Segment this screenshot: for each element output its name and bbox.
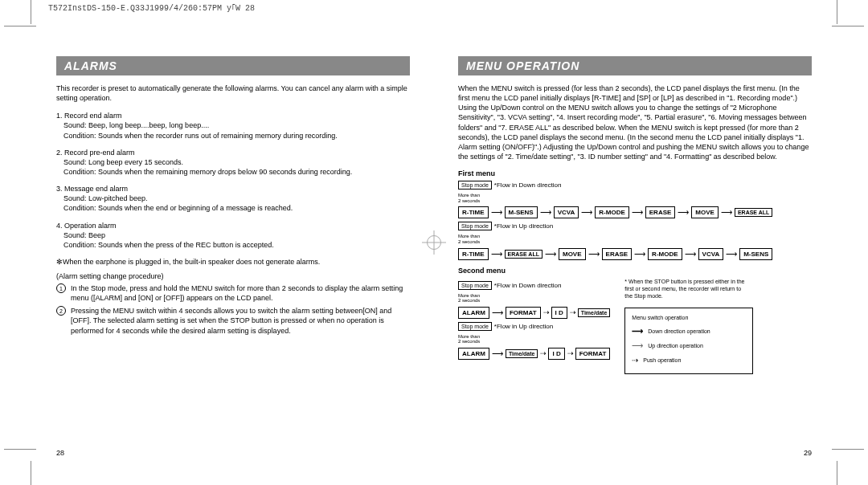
- arrow-right-icon: [685, 250, 696, 259]
- alarm-title: Record end alarm: [64, 112, 122, 120]
- alarm-condition: Condition: Sounds when the end or beginn…: [56, 203, 410, 213]
- menu-box: R-TIME: [458, 206, 489, 218]
- menu-box: R-TIME: [458, 248, 489, 260]
- menu-box: FORMAT: [575, 348, 611, 360]
- menu-flow-down: ALARM FORMAT I D Time/date: [458, 307, 610, 319]
- crop-mark: [31, 0, 31, 24]
- alarm-number: 3.: [56, 185, 63, 193]
- arrow-dash-icon: [632, 354, 638, 367]
- alarm-number: 2.: [56, 149, 63, 157]
- menu-box: MOVE: [691, 206, 719, 218]
- alarm-sound: Sound: Low-pitched beep.: [56, 194, 410, 203]
- crop-mark: [837, 461, 837, 485]
- alarms-intro: This recorder is preset to automatically…: [56, 84, 410, 103]
- arrow-right-icon: [492, 308, 503, 317]
- duration-note: More than2 seconds: [458, 334, 610, 344]
- legend-label: Down direction operation: [648, 327, 710, 336]
- duration-note: More than2 seconds: [458, 234, 812, 244]
- arrow-outline-icon: [632, 340, 643, 353]
- flow-direction-label: *Flow in Up direction: [494, 222, 553, 230]
- alarm-title: Message end alarm: [64, 185, 128, 193]
- stop-mode-box: Stop mode: [458, 281, 492, 290]
- arrow-right-icon: [492, 349, 503, 358]
- legend-box: Menu switch operation Down direction ope…: [624, 308, 753, 374]
- menu-box: I D: [551, 307, 567, 319]
- flow-direction-label: *Flow in Down direction: [494, 282, 562, 289]
- dash-arrow-icon: [567, 349, 573, 357]
- stop-mode-box: Stop mode: [458, 181, 492, 190]
- menu-box: R-MODE: [648, 248, 682, 260]
- menu-box: ERASE: [602, 248, 633, 260]
- flow-direction-label: *Flow in Up direction: [494, 323, 553, 330]
- menu-flow-up: R-TIME ERASE ALL MOVE ERASE R-MODE VCVA …: [458, 248, 812, 260]
- menu-box: Time/date: [578, 308, 611, 317]
- menu-box: ERASE ALL: [505, 250, 542, 259]
- arrow-right-icon: [678, 208, 689, 217]
- first-menu-heading: First menu: [458, 169, 812, 177]
- menu-box: I D: [548, 348, 564, 360]
- alarm-number: 4.: [56, 222, 63, 230]
- alarm-item: 4. Operation alarm Sound: Beep Condition…: [56, 221, 410, 250]
- arrow-right-icon: [632, 208, 643, 217]
- crop-mark: [31, 461, 31, 485]
- arrow-right-icon: [634, 250, 645, 259]
- menu-diagrams: First menu Stop mode *Flow in Down direc…: [458, 169, 812, 374]
- menu-box: Time/date: [506, 349, 538, 358]
- alarm-sound: Sound: Beep, long beep....beep, long bee…: [56, 120, 410, 130]
- procedure-text: In the Stop mode, press and hold the MEN…: [71, 283, 410, 303]
- second-menu-aside: * When the STOP button is pressed either…: [624, 278, 753, 374]
- page-number: 29: [804, 449, 812, 457]
- menu-box: M-SENS: [505, 206, 538, 218]
- duration-note: More than2 seconds: [458, 293, 610, 304]
- dash-arrow-icon: [570, 308, 575, 316]
- flow-direction-label: *Flow in Down direction: [494, 181, 562, 189]
- dash-arrow-icon: [540, 349, 546, 357]
- arrow-right-icon: [545, 250, 556, 259]
- menu-intro: When the MENU switch is pressed (for les…: [458, 84, 812, 161]
- alarms-earphone-note: ✻When the earphone is plugged in, the bu…: [56, 258, 410, 266]
- stop-button-note: * When the STOP button is pressed either…: [624, 278, 745, 300]
- arrow-right-icon: [721, 208, 732, 217]
- stop-mode-box: Stop mode: [458, 222, 492, 230]
- menu-box: ALARM: [458, 348, 489, 360]
- legend-label: Push operation: [643, 356, 681, 365]
- alarm-condition: Condition: Sounds when the recorder runs…: [56, 131, 410, 141]
- alarm-item: 2. Record pre-end alarm Sound: Long beep…: [56, 148, 410, 177]
- page-right: MENU OPERATION When the MENU switch is p…: [458, 56, 812, 453]
- legend-title: Menu switch operation: [632, 313, 746, 322]
- menu-flow-up: ALARM Time/date I D FORMAT: [458, 348, 610, 360]
- alarm-item: 1. Record end alarm Sound: Beep, long be…: [56, 111, 410, 140]
- alarm-sound: Sound: Long beep every 15 seconds.: [56, 157, 410, 167]
- dash-arrow-icon: [543, 308, 549, 316]
- menu-flow-down: R-TIME M-SENS VCVA R-MODE ERASE MOVE ERA…: [458, 206, 812, 218]
- alarm-title: Record pre-end alarm: [64, 149, 135, 157]
- arrow-right-icon: [491, 208, 502, 217]
- arrow-right-icon: [588, 250, 600, 259]
- menu-box: ALARM: [458, 307, 489, 319]
- print-header-code: T572InstDS-150-E.Q33J1999/4/260:57PM y｢W…: [48, 3, 255, 13]
- menu-box: VCVA: [698, 248, 724, 260]
- alarm-condition: Condition: Sounds when the press of the …: [56, 240, 410, 250]
- procedure-title: (Alarm setting change procedure): [56, 272, 410, 280]
- procedure-step: 2 Pressing the MENU switch within 4 seco…: [56, 306, 410, 335]
- procedure-step: 1 In the Stop mode, press and hold the M…: [56, 283, 410, 303]
- alarm-sound: Sound: Beep: [56, 230, 410, 240]
- menu-box: ERASE: [645, 206, 676, 218]
- arrow-solid-icon: [632, 325, 643, 338]
- alarm-condition: Condition: Sounds when the remaining mem…: [56, 167, 410, 177]
- second-menu-heading: Second menu: [458, 267, 812, 275]
- menu-box: R-MODE: [595, 206, 628, 218]
- menu-box: M-SENS: [739, 248, 772, 260]
- step-number-icon: 1: [56, 283, 66, 293]
- arrow-right-icon: [540, 208, 551, 217]
- alarm-title: Operation alarm: [64, 222, 117, 230]
- menu-box: FORMAT: [506, 307, 541, 319]
- crop-mark: [837, 0, 837, 24]
- arrow-right-icon: [581, 208, 592, 217]
- crop-mark: [4, 6, 36, 26]
- duration-note: More than2 seconds: [458, 193, 812, 203]
- arrow-right-icon: [491, 250, 502, 259]
- stop-mode-box: Stop mode: [458, 322, 492, 331]
- procedure-text: Pressing the MENU switch within 4 second…: [71, 306, 410, 335]
- section-header-alarms: ALARMS: [56, 56, 410, 75]
